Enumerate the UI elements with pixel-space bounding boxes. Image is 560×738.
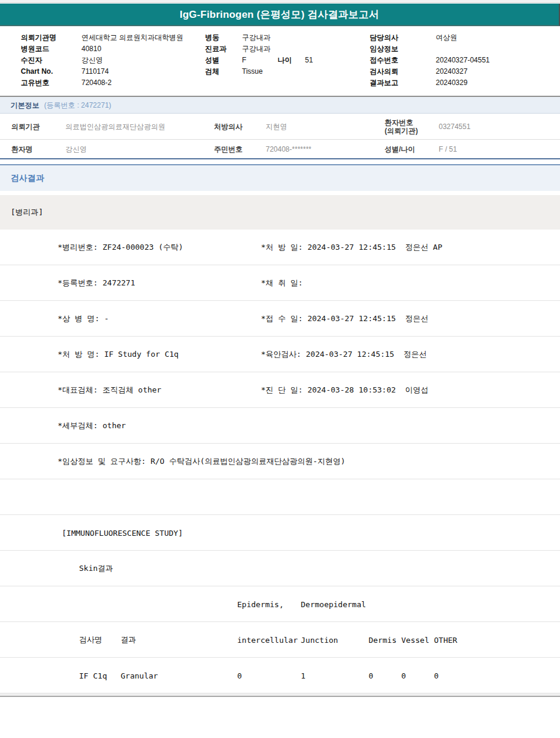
field-label-hospital-code: 병원코드 — [21, 43, 49, 55]
label-patient-no-line2: (의뢰기관) — [385, 127, 418, 135]
field-label-specimen: 검체 — [205, 66, 219, 77]
diagnosis-name-text: *상 병 명: - — [58, 313, 109, 324]
field-label-doctor: 담당의사 — [370, 32, 398, 43]
field-value-doctor: 여상원 — [436, 32, 457, 43]
report-row-if-data: IF C1q Granular 0 1 0 0 0 — [0, 658, 560, 693]
cell-vessel: 0 — [401, 671, 406, 680]
cell-intercellular: 0 — [237, 671, 242, 680]
receipt-datetime-text: *접 수 일: 2024-03-27 12:45:15 정은선 — [261, 313, 429, 324]
order-datetime-text: *처 방 일: 2024-03-27 12:45:15 정은선 AP — [261, 242, 442, 253]
test-result-section-bar: 검사결과 — [0, 164, 560, 191]
field-value-ward: 구강내과 — [242, 32, 270, 43]
value-resident-no: 720408-******* — [266, 145, 312, 153]
registration-no-text: *등록번호: 2472271 — [58, 278, 135, 288]
order-name-text: *처 방 명: IF Study for C1q — [58, 349, 178, 360]
report-row-study-title: [IMMUNOFLUORESCENCE STUDY] — [0, 515, 560, 551]
label-ordering-doctor: 처방의사 — [214, 121, 243, 131]
col-header-other: OTHER — [434, 635, 457, 644]
col-group-epidermis: Epidermis, — [237, 599, 284, 608]
patient-header-row: 병원코드 40810 진료과 구강내과 임상정보 — [0, 43, 560, 55]
report-row-main-specimen: *대표검체: 조직검체 other *진 단 일: 2024-03-28 10:… — [0, 372, 560, 408]
field-value-report-date: 20240329 — [436, 77, 467, 89]
col-header-intercellular: intercellular — [237, 635, 298, 644]
field-label-referring-org: 의뢰기관명 — [21, 32, 56, 43]
field-value-accession-no: 20240327-04551 — [436, 55, 490, 66]
report-row-registration-no: *등록번호: 2472271 *채 취 일: — [0, 265, 560, 301]
col-header-result: 결과 — [121, 635, 136, 645]
spacer — [0, 191, 560, 195]
pathology-no-text: *병리번호: ZF24-000023 (수탁) — [58, 242, 183, 253]
cell-result: Granular — [121, 671, 158, 680]
field-label-unique-no: 고유번호 — [21, 77, 49, 89]
col-header-dermis: Dermis — [369, 635, 397, 644]
col-group-dermoepidermal: Dermoepidermal — [301, 599, 366, 608]
diagnosis-datetime-text: *진 단 일: 2024-03-28 10:53:02 이영섭 — [261, 385, 429, 395]
basic-info-row: 환자명 강신영 주민번호 720408-******* 성별/나이 F / 51 — [0, 140, 560, 159]
report-row-if-group-header: Epidermis, Dermoepidermal — [0, 586, 560, 622]
cell-dermis: 0 — [369, 671, 373, 680]
department-row: [병리과] — [0, 195, 560, 230]
value-patient-name: 강신영 — [65, 144, 87, 154]
field-value-hospital-code: 40810 — [81, 43, 101, 55]
value-patient-no: 03274551 — [439, 123, 470, 131]
field-value-age: 51 — [305, 55, 313, 66]
value-ordering-doctor: 지현영 — [266, 121, 287, 131]
field-label-report-date: 결과보고 — [370, 77, 398, 89]
clinical-request-text: *임상정보 및 요구사항: R/O 수탁검사(의료법인삼광의료재단삼광의원-지현… — [58, 456, 345, 467]
value-referring-org: 의료법인삼광의료재단삼광의원 — [65, 121, 165, 131]
field-label-age: 나이 — [278, 55, 292, 66]
report-title-bar: IgG-Fibrinogen (은평성모) 검사결과보고서 — [0, 4, 560, 26]
basic-info-reg-no: (등록번호 : 2472271) — [44, 101, 111, 109]
spacer — [0, 159, 560, 164]
field-value-specimen: Tissue — [242, 66, 263, 77]
sub-specimen-text: *세부검체: other — [58, 420, 126, 431]
field-value-sex: F — [242, 55, 246, 66]
collection-date-text: *채 취 일: — [261, 278, 303, 288]
report-row-order-name: *처 방 명: IF Study for C1q *육안검사: 2024-03-… — [0, 337, 560, 372]
cell-other: 0 — [434, 671, 439, 680]
field-label-order-date: 검사의뢰 — [370, 66, 398, 77]
cell-test-name: IF C1q — [79, 671, 107, 680]
label-resident-no: 주민번호 — [214, 144, 243, 154]
field-value-order-date: 20240327 — [436, 66, 467, 77]
field-label-patient: 수진자 — [21, 55, 42, 66]
patient-header-row: 의뢰기관명 연세대학교 의료원치과대학병원 병동 구강내과 담당의사 여상원 — [0, 32, 560, 43]
field-label-accession-no: 접수번호 — [370, 55, 398, 66]
col-header-junction: Junction — [301, 635, 338, 644]
label-patient-no: 환자번호 (의뢰기관) — [385, 118, 418, 135]
field-label-sex: 성별 — [205, 55, 219, 66]
field-value-referring-org: 연세대학교 의료원치과대학병원 — [81, 32, 183, 43]
report-row-empty — [0, 479, 560, 515]
bottom-strip — [0, 693, 560, 697]
field-label-clinic-dept: 진료과 — [205, 43, 226, 55]
label-patient-name: 환자명 — [11, 144, 33, 154]
basic-info-title: 기본정보 — [11, 101, 39, 109]
field-value-clinic-dept: 구강내과 — [242, 43, 270, 55]
label-referring-org: 의뢰기관 — [11, 121, 40, 131]
col-header-vessel: Vessel — [401, 635, 429, 644]
report-title: IgG-Fibrinogen (은평성모) 검사결과보고서 — [180, 8, 379, 21]
col-header-test-name: 검사명 — [79, 635, 102, 645]
patient-header-row: Chart No. 7110174 검체 Tissue 검사의뢰 2024032… — [0, 66, 560, 77]
field-value-patient: 강신영 — [81, 55, 103, 66]
report-row-clinical-request: *임상정보 및 요구사항: R/O 수탁검사(의료법인삼광의료재단삼광의원-지현… — [0, 444, 560, 479]
cell-junction: 1 — [301, 671, 306, 680]
basic-info-bar: 기본정보 (등록번호 : 2472271) — [0, 97, 560, 114]
department-label: [병리과] — [11, 208, 43, 216]
field-value-unique-no: 720408-2 — [81, 77, 112, 89]
field-label-clinical-info: 임상정보 — [370, 43, 398, 55]
report-row-diagnosis-name: *상 병 명: - *접 수 일: 2024-03-27 12:45:15 정은… — [0, 301, 560, 337]
report-row-if-column-header: 검사명 결과 intercellular Junction Dermis Ves… — [0, 622, 560, 658]
label-patient-no-line1: 환자번호 — [385, 118, 418, 127]
field-value-chart-no: 7110174 — [81, 66, 109, 77]
test-result-section-title: 검사결과 — [11, 173, 44, 183]
report-row-pathology-no: *병리번호: ZF24-000023 (수탁) *처 방 일: 2024-03-… — [0, 230, 560, 265]
patient-header-section: 의뢰기관명 연세대학교 의료원치과대학병원 병동 구강내과 담당의사 여상원 병… — [0, 26, 560, 97]
immunofluorescence-study-title: [IMMUNOFLUORESCENCE STUDY] — [62, 528, 183, 537]
basic-info-row: 의뢰기관 의료법인삼광의료재단삼광의원 처방의사 지현영 환자번호 (의뢰기관)… — [0, 114, 560, 140]
field-label-chart-no: Chart No. — [21, 66, 53, 77]
report-row-sub-specimen: *세부검체: other — [0, 408, 560, 444]
field-label-ward: 병동 — [205, 32, 219, 43]
main-specimen-text: *대표검체: 조직검체 other — [58, 385, 161, 395]
patient-header-row: 고유번호 720408-2 결과보고 20240329 — [0, 77, 560, 89]
